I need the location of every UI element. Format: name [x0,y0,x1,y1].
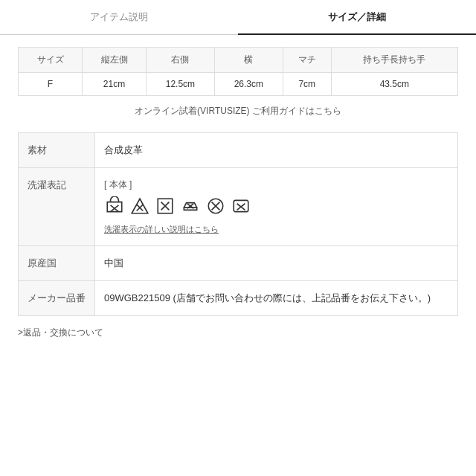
size-table-header: 持ち手長持ち手 [331,48,457,73]
main-content: サイズ縦左側右側横マチ持ち手長持ち手 F21cm12.5cm26.3cm7cm4… [0,47,476,339]
tab-bar: アイテム説明 サイズ／詳細 [0,0,476,35]
svg-rect-13 [234,200,248,211]
details-label: 素材 [19,133,95,168]
size-table-cell: 43.5cm [331,73,457,96]
size-table-cell: 7cm [283,73,331,96]
care-icon-5 [205,196,226,216]
details-row: 素材合成皮革 [19,133,458,168]
details-table: 素材合成皮革洗濯表記[ 本体 ] [18,132,458,316]
svg-marker-2 [132,199,148,213]
details-row: 原産国中国 [19,246,458,281]
care-icon-6 [231,196,251,216]
return-link[interactable]: >返品・交換について [18,327,458,339]
details-label: 洗濯表記 [19,168,95,246]
details-value: [ 本体 ] [95,168,458,246]
size-table-header: 縦左側 [83,48,147,73]
details-label: メーカー品番 [19,281,95,316]
details-value: 合成皮革 [95,133,458,168]
details-row: メーカー品番09WGB221509 (店舗でお問い合わせの際には、上記品番をお伝… [19,281,458,316]
size-table-row: F21cm12.5cm26.3cm7cm43.5cm [19,73,458,96]
details-value: 中国 [95,246,458,281]
virtusize-link[interactable]: オンライン試着(VIRTUSIZE) ご利用ガイドはこちら [18,105,458,118]
size-table-header: 右側 [147,48,215,73]
size-table-header: サイズ [19,48,83,73]
wash-explanation-link[interactable]: 洗濯表示の詳しい説明はこちら [104,224,219,235]
care-icon-1 [104,196,125,216]
size-table-cell: 12.5cm [147,73,215,96]
care-icon-3 [155,196,176,216]
size-table-header: マチ [283,48,331,73]
care-body-label: [ 本体 ] [104,178,448,191]
details-value: 09WGB221509 (店舗でお問い合わせの際には、上記品番をお伝え下さい。) [95,281,458,316]
care-icons [104,196,448,216]
size-table-cell: 26.3cm [214,73,283,96]
size-table-cell: F [19,73,83,96]
tab-description[interactable]: アイテム説明 [0,0,238,34]
size-table-header: 横 [214,48,283,73]
care-icon-4 [180,196,201,216]
care-icon-2 [129,196,150,216]
size-table: サイズ縦左側右側横マチ持ち手長持ち手 F21cm12.5cm26.3cm7cm4… [18,47,458,96]
details-label: 原産国 [19,246,95,281]
details-row: 洗濯表記[ 本体 ] [19,168,458,246]
tab-size-detail[interactable]: サイズ／詳細 [238,0,476,34]
size-table-cell: 21cm [83,73,147,96]
